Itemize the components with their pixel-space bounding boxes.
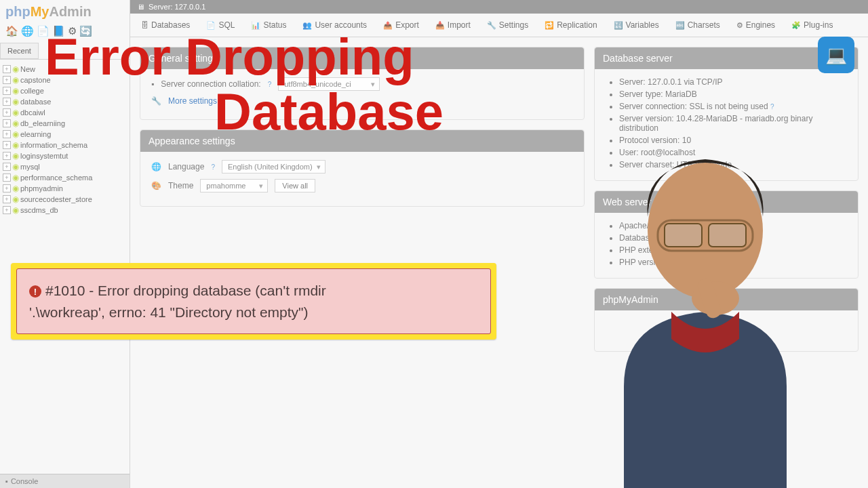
language-label: Language	[168, 162, 204, 171]
viewall-button[interactable]: View all	[275, 179, 315, 192]
tab-charsets[interactable]: 🔤Charsets	[670, 18, 726, 33]
import-icon: 📥	[435, 21, 445, 30]
error-icon: !	[29, 285, 41, 298]
db-item[interactable]: +◉sourcecodester_store	[3, 194, 127, 205]
db-item[interactable]: +◉performance_schema	[3, 172, 127, 183]
server-bar: 🖥 Server: 127.0.0.1	[130, 0, 868, 14]
tab-recent[interactable]: Recent	[0, 43, 39, 59]
server-info: Server version: 10.4.28-MariaDB - mariad…	[619, 114, 847, 133]
tab-replication[interactable]: 🔁Replication	[539, 18, 602, 33]
server-info: Server connection: SSL is not being used…	[619, 102, 847, 111]
console-label: Console	[11, 477, 38, 485]
svg-rect-2	[665, 224, 702, 247]
globe-icon[interactable]: 🌐	[21, 25, 34, 37]
help-icon[interactable]: ?	[211, 163, 215, 171]
svg-rect-3	[709, 224, 746, 247]
help-icon[interactable]: ?	[770, 103, 774, 110]
error-line2: '.\workreap', errno: 41 "Directory not e…	[29, 304, 309, 320]
db-item[interactable]: +◉sscdms_db	[3, 205, 127, 216]
overlay-title: Error Dropping Database	[45, 30, 443, 139]
home-icon[interactable]: 🏠	[5, 25, 18, 37]
db-item[interactable]: +◉information_schema	[3, 140, 127, 150]
theme-icon: 🎨	[151, 181, 161, 190]
tab-plugins[interactable]: 🧩Plug-ins	[786, 18, 838, 33]
console-icon: ▪	[5, 477, 8, 485]
logo: phpMyAdmin	[0, 0, 130, 24]
error-line1: #1010 - Error dropping database (can't r…	[45, 283, 326, 298]
tab-engines[interactable]: ⚙Engines	[731, 18, 781, 33]
person-overlay	[583, 142, 827, 488]
lang-icon: 🌐	[151, 162, 161, 171]
charsets-icon: 🔤	[675, 21, 685, 30]
replication-icon: 🔁	[545, 21, 554, 30]
server-info: Server: 127.0.0.1 via TCP/IP	[619, 77, 847, 87]
server-icon: 🖥	[137, 3, 144, 11]
panel-appearance: Appearance settings 🌐 Language ? English…	[140, 129, 585, 207]
plugins-icon: 🧩	[791, 21, 801, 30]
tab-settings[interactable]: 🔧Settings	[481, 18, 534, 33]
engines-icon: ⚙	[736, 21, 743, 30]
db-item[interactable]: +◉phpmyadmin	[3, 183, 127, 194]
theme-select[interactable]: pmahomme	[200, 179, 268, 192]
db-item[interactable]: +◉loginsystemtut	[3, 150, 127, 161]
server-info: Server type: MariaDB	[619, 89, 847, 99]
watermark-logo: 💻	[818, 37, 854, 73]
wrench-icon: 🔧	[487, 21, 496, 30]
language-select[interactable]: English (United Kingdom)	[222, 160, 326, 174]
db-item[interactable]: +◉mysql	[3, 161, 127, 172]
tab-variables[interactable]: 🔣Variables	[608, 18, 665, 33]
console-bar[interactable]: ▪ Console	[0, 474, 130, 488]
theme-label: Theme	[168, 181, 193, 190]
error-message-box: !#1010 - Error dropping database (can't …	[11, 263, 496, 340]
server-label: Server: 127.0.0.1	[149, 3, 205, 11]
variables-icon: 🔣	[614, 21, 623, 30]
